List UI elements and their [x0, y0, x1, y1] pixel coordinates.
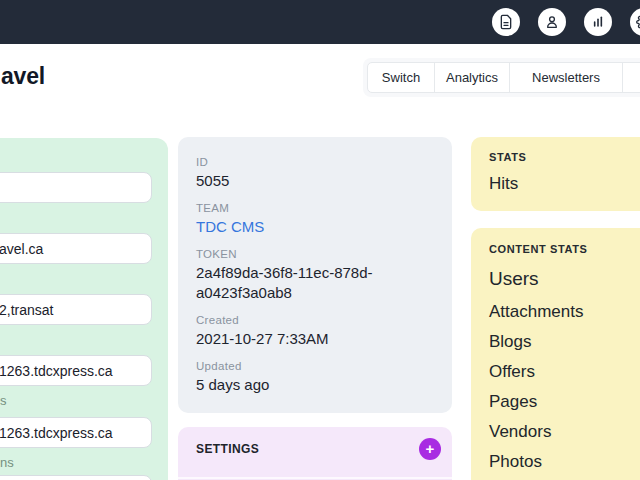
gear-icon — [636, 14, 640, 30]
tab-newsletters[interactable]: Newsletters — [509, 62, 623, 93]
document-icon — [498, 14, 514, 30]
stat-link-offers[interactable]: Offers — [489, 357, 640, 387]
settings-panel: SETTINGS + — [178, 427, 452, 480]
stats-card: STATS Hits — [471, 137, 640, 211]
field-updated: Updated 5 days ago — [196, 360, 434, 395]
edit-form-panel: s ns — [0, 138, 168, 480]
form-input-tags[interactable] — [0, 294, 152, 325]
field-label: Created — [196, 314, 434, 326]
team-link[interactable]: TDC CMS — [196, 218, 264, 235]
form-field-label-fragment: ns — [0, 454, 14, 472]
analytics-button[interactable] — [584, 8, 612, 36]
settings-header: SETTINGS + — [178, 427, 452, 471]
top-navigation-bar — [0, 0, 640, 44]
record-details-panel: ID 5055 TEAM TDC CMS TOKEN 2a4f89da-36f8… — [178, 137, 452, 413]
form-input-hostname-1[interactable] — [0, 355, 152, 386]
user-button[interactable] — [538, 8, 566, 36]
field-label: Updated — [196, 360, 434, 372]
settings-button[interactable] — [630, 8, 640, 36]
form-input-hostname-2[interactable] — [0, 417, 152, 448]
tab-files[interactable]: Fi — [622, 62, 640, 93]
content-stats-card: CONTENT STATS Users Attachments Blogs Of… — [471, 228, 640, 480]
stats-card-title: STATS — [489, 151, 640, 163]
field-created: Created 2021-10-27 7:33AM — [196, 314, 434, 349]
form-input-6[interactable] — [0, 475, 152, 480]
field-value: 2021-10-27 7:33AM — [196, 329, 438, 349]
add-setting-button[interactable]: + — [419, 438, 441, 460]
content-stats-card-title: CONTENT STATS — [489, 243, 640, 255]
stat-link-vendors[interactable]: Vendors — [489, 417, 640, 447]
field-label: TOKEN — [196, 248, 434, 260]
documents-button[interactable] — [492, 8, 520, 36]
header-tab-group: Switch Analytics Newsletters Fi — [363, 58, 640, 97]
field-value: TDC CMS — [196, 217, 438, 237]
bar-chart-icon — [590, 14, 606, 30]
page-title: avel — [1, 63, 45, 90]
field-team: TEAM TDC CMS — [196, 202, 434, 237]
tab-switch[interactable]: Switch — [367, 62, 435, 93]
field-id: ID 5055 — [196, 156, 434, 191]
field-value: 2a4f89da-36f8-11ec-878d-a0423f3a0ab8 — [196, 263, 438, 303]
user-icon — [544, 14, 560, 30]
field-token: TOKEN 2a4f89da-36f8-11ec-878d-a0423f3a0a… — [196, 248, 434, 303]
field-label: ID — [196, 156, 434, 168]
stat-link-hits[interactable]: Hits — [489, 169, 640, 199]
field-value: 5 days ago — [196, 375, 438, 395]
stat-link-photos[interactable]: Photos — [489, 447, 640, 477]
field-label: TEAM — [196, 202, 434, 214]
form-input-1[interactable] — [0, 172, 152, 203]
form-field-label-fragment: s — [0, 392, 7, 410]
stat-link-pages[interactable]: Pages — [489, 387, 640, 417]
stat-link-users[interactable]: Users — [489, 261, 640, 297]
plus-icon: + — [426, 439, 435, 459]
stat-link-blogs[interactable]: Blogs — [489, 327, 640, 357]
field-value: 5055 — [196, 171, 438, 191]
stat-link-attachments[interactable]: Attachments — [489, 297, 640, 327]
tab-analytics[interactable]: Analytics — [434, 62, 510, 93]
settings-title: SETTINGS — [196, 442, 259, 456]
settings-divider — [178, 477, 452, 479]
form-input-domain[interactable] — [0, 233, 152, 264]
